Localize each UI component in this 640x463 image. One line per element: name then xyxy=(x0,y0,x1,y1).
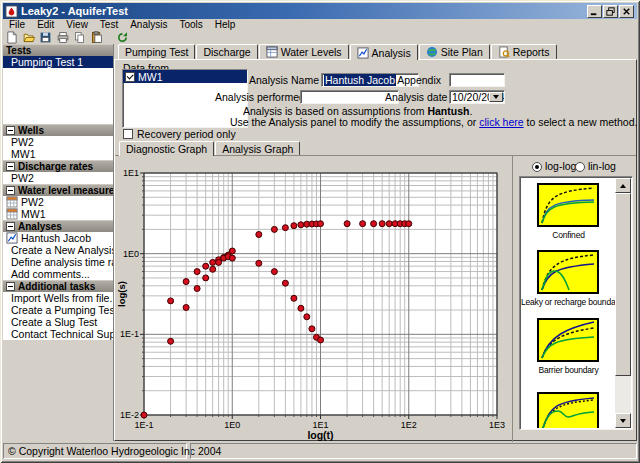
sidebar-item-label: MW1 xyxy=(11,148,36,160)
method-thumbnail-leaky-or-recharge-boundary[interactable] xyxy=(537,250,599,294)
tab-pumping-test[interactable]: Pumping Test xyxy=(118,44,195,59)
menu-analysis[interactable]: Analysis xyxy=(124,19,173,30)
sidebar-item-create-a-slug-test[interactable]: Create a Slug Test xyxy=(3,316,113,328)
type-curve-icon xyxy=(539,252,597,292)
collapse-icon[interactable] xyxy=(6,222,15,231)
analysis-date-combo[interactable]: 10/20/2004 xyxy=(449,90,505,104)
sidebar-item-pw2[interactable]: PW2 xyxy=(3,172,113,184)
recovery-period-row: Recovery period only xyxy=(123,128,236,140)
tab-analysis[interactable]: Analysis xyxy=(350,44,418,60)
data-from-item-mw1[interactable]: MW1 xyxy=(123,70,247,83)
sidebar-item-pw2[interactable]: PW2 xyxy=(3,196,113,208)
copy-button[interactable] xyxy=(71,30,88,45)
tab-water-levels[interactable]: Water Levels xyxy=(259,44,349,59)
sidebar-item-label: Pumping Test 1 xyxy=(11,56,83,68)
refresh-icon xyxy=(116,31,129,44)
recovery-period-checkbox[interactable] xyxy=(123,129,133,139)
sidebar-item-create-a-new-analysis[interactable]: Create a New Analysis xyxy=(3,244,113,256)
save-button[interactable] xyxy=(37,30,54,45)
sidebar-item-define-analysis-time-range-[interactable]: Define analysis time range... xyxy=(3,256,113,268)
sidebar-item-add-comments-[interactable]: Add comments... xyxy=(3,268,113,280)
close-button[interactable] xyxy=(619,5,634,18)
sidebar-section-title: Water level measurements xyxy=(18,185,114,196)
paste-button[interactable] xyxy=(88,30,105,45)
new-button[interactable] xyxy=(3,30,20,45)
titlebar[interactable]: Leaky2 - AquiferTest xyxy=(3,3,637,19)
tab-label: Diagnostic Graph xyxy=(126,143,207,155)
sidebar-item-import-wells-from-file-[interactable]: Import Wells from file... xyxy=(3,292,113,304)
method-thumbnail-leaky-dip[interactable] xyxy=(537,392,599,428)
app-window: Leaky2 - AquiferTest FileEditViewTestAna… xyxy=(0,0,640,463)
sidebar-section-items: Import Wells from file...Create a Pumpin… xyxy=(3,292,113,340)
collapse-icon[interactable] xyxy=(6,186,15,195)
collapse-icon[interactable] xyxy=(6,162,15,171)
sidebar-item-pumping-test-1[interactable]: Pumping Test 1 xyxy=(3,56,113,68)
scrollbar-thumb[interactable] xyxy=(615,193,631,376)
menu-file[interactable]: File xyxy=(3,19,31,30)
tab-site-plan[interactable]: Site Plan xyxy=(419,44,490,59)
tab-analysis-graph[interactable]: Analysis Graph xyxy=(215,141,300,155)
sidebar-item-label: Add comments... xyxy=(11,268,90,280)
sidebar-section-header-additional-tasks[interactable]: Additional tasks xyxy=(3,280,113,292)
analysis-tab-panel: Data from MW1 Analysis Name Hantush Jaco… xyxy=(114,59,637,441)
scroll-up-button[interactable] xyxy=(615,178,631,193)
app-icon xyxy=(5,5,18,18)
tab-discharge[interactable]: Discharge xyxy=(196,44,257,59)
sidebar-section-header-tests[interactable]: Tests xyxy=(3,44,113,56)
tab-label: Pumping Test xyxy=(125,46,188,58)
sidebar-item-label: PW2 xyxy=(11,172,34,184)
menu-tools[interactable]: Tools xyxy=(173,19,208,30)
sidebar-section-title: Tests xyxy=(6,45,31,56)
select-new-method-link[interactable]: click here xyxy=(479,116,523,128)
sidebar-item-hantush-jacob[interactable]: Hantush Jacob xyxy=(3,232,113,244)
sidebar-section-items: Hantush JacobCreate a New AnalysisDefine… xyxy=(3,232,113,280)
sidebar-section-header-wells[interactable]: Wells xyxy=(3,124,113,136)
analysis-name-label: Analysis Name xyxy=(235,73,319,87)
tab-label: Site Plan xyxy=(441,46,483,58)
refresh-button[interactable] xyxy=(114,30,131,45)
menu-edit[interactable]: Edit xyxy=(31,19,60,30)
menu-test[interactable]: Test xyxy=(94,19,124,30)
tab-label: Analysis Graph xyxy=(222,143,293,155)
data-from-checkbox[interactable] xyxy=(125,72,135,82)
tab-diagnostic-graph[interactable]: Diagnostic Graph xyxy=(119,141,214,156)
window-title: Leaky2 - AquiferTest xyxy=(21,5,587,17)
linlog-radio[interactable]: lin-log xyxy=(575,160,616,172)
triangle-down-icon xyxy=(620,419,626,423)
sidebar-section-header-analyses[interactable]: Analyses xyxy=(3,220,113,232)
svg-text:1E2: 1E2 xyxy=(401,420,417,430)
tab-label: Analysis xyxy=(372,47,411,59)
scrollbar[interactable] xyxy=(615,178,631,428)
sidebar-section-items: Pumping Test 1 xyxy=(3,56,113,124)
sidebar-item-mw1[interactable]: MW1 xyxy=(3,148,113,160)
menu-help[interactable]: Help xyxy=(209,19,242,30)
sidebar-item-pw2[interactable]: PW2 xyxy=(3,136,113,148)
chart-icon xyxy=(6,232,18,244)
analysis-date-dropdown-button[interactable] xyxy=(489,92,503,102)
sidebar-section-header-discharge-rates[interactable]: Discharge rates xyxy=(3,160,113,172)
tab-reports[interactable]: Reports xyxy=(491,44,557,59)
sidebar-item-mw1[interactable]: MW1 xyxy=(3,208,113,220)
collapse-icon[interactable] xyxy=(6,126,15,135)
chevron-down-icon xyxy=(493,95,499,99)
appendix-input[interactable] xyxy=(449,73,505,87)
method-thumbnail-confined[interactable] xyxy=(537,183,599,227)
sidebar-item-label: Create a Pumping Test xyxy=(11,304,113,316)
open-button[interactable] xyxy=(20,30,37,45)
method-thumbnail-barrier-boundary[interactable] xyxy=(537,318,599,362)
print-button[interactable] xyxy=(54,30,71,45)
minimize-button[interactable] xyxy=(587,5,602,18)
method-thumbnails: ConfinedLeaky or recharge boundaryBarrie… xyxy=(521,178,616,428)
sidebar-item-create-a-pumping-test[interactable]: Create a Pumping Test xyxy=(3,304,113,316)
restore-button[interactable] xyxy=(603,5,618,18)
collapse-icon[interactable] xyxy=(6,282,15,291)
status-bar: © Copyright Waterloo Hydrogeologic Inc 2… xyxy=(3,443,637,459)
menu-view[interactable]: View xyxy=(60,19,94,30)
scroll-down-button[interactable] xyxy=(615,413,631,428)
loglog-radio[interactable]: log-log xyxy=(532,160,576,172)
sidebar-item-contact-technical-support-[interactable]: Contact Technical Support... xyxy=(3,328,113,340)
save-icon xyxy=(39,31,52,44)
sidebar-section-header-water-level-measurements[interactable]: Water level measurements xyxy=(3,184,113,196)
method-panel: log-log lin-log ConfinedLeaky or recharg… xyxy=(512,156,636,442)
status-panel-2 xyxy=(190,443,637,459)
